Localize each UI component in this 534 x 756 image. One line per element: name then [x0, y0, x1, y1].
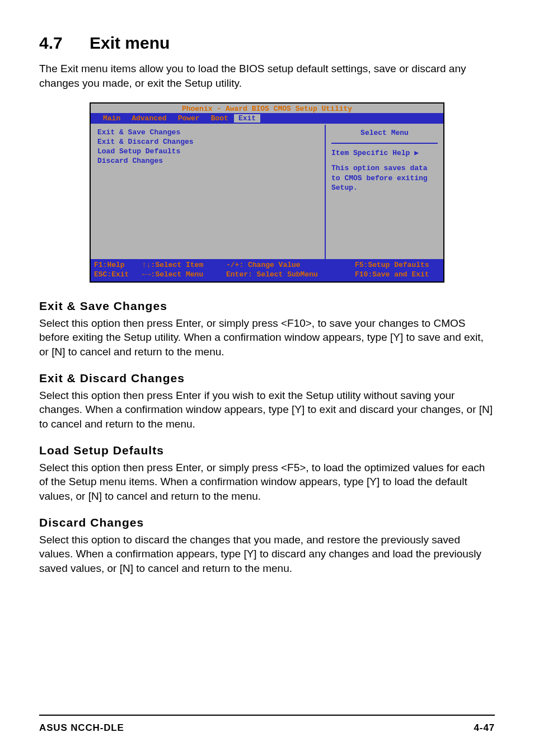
- footer-row: F1:Help ↑↓:Select Item -/+: Change Value…: [94, 261, 440, 270]
- para-exit-discard: Select this option then press Enter if y…: [39, 388, 495, 431]
- footer-right: 4-47: [474, 722, 495, 734]
- spacer: [331, 158, 438, 163]
- bios-body: Exit & Save Changes Exit & Discard Chang…: [91, 124, 443, 259]
- section-title: 4.7Exit menu: [39, 34, 495, 53]
- intro-paragraph: The Exit menu items allow you to load th…: [39, 62, 495, 90]
- bios-menu-pane: Exit & Save Changes Exit & Discard Chang…: [91, 125, 326, 259]
- bios-tab-bar: Main Advanced Power Boot Exit: [91, 113, 443, 124]
- heading-exit-save: Exit & Save Changes: [39, 299, 495, 313]
- menu-item-load-defaults[interactable]: Load Setup Defaults: [97, 147, 318, 157]
- footer-left: ASUS NCCH-DLE: [39, 722, 124, 734]
- section-text: Exit menu: [90, 34, 170, 52]
- hint-esc-exit: ESC:Exit: [94, 270, 142, 279]
- menu-item-exit-discard[interactable]: Exit & Discard Changes: [97, 138, 318, 147]
- bios-help-pane: Select Menu Item Specific Help This opti…: [326, 125, 443, 259]
- hint-select-item: ↑↓:Select Item: [142, 261, 226, 270]
- tab-boot[interactable]: Boot: [205, 114, 234, 123]
- para-load-defaults: Select this option then press Enter, or …: [39, 461, 495, 504]
- tab-advanced[interactable]: Advanced: [126, 114, 172, 123]
- para-discard-changes: Select this option to discard the change…: [39, 533, 495, 576]
- menu-item-discard-changes[interactable]: Discard Changes: [97, 157, 318, 166]
- heading-discard-changes: Discard Changes: [39, 516, 495, 529]
- tab-exit[interactable]: Exit: [234, 114, 260, 123]
- menu-item-exit-save[interactable]: Exit & Save Changes: [97, 128, 318, 138]
- heading-exit-discard: Exit & Discard Changes: [39, 372, 495, 385]
- section-number: 4.7: [39, 34, 90, 53]
- hint-f1-help: F1:Help: [94, 261, 142, 270]
- para-exit-save: Select this option then press Enter, or …: [39, 316, 495, 359]
- heading-load-defaults: Load Setup Defaults: [39, 444, 495, 457]
- bios-window: Phoenix - Award BIOS CMOS Setup Utility …: [90, 102, 444, 283]
- footer-row: ESC:Exit ←→:Select Menu Enter: Select Su…: [94, 270, 440, 279]
- hint-select-submenu: Enter: Select SubMenu: [226, 270, 344, 279]
- select-menu-label: Select Menu: [331, 128, 438, 144]
- hint-save-exit: F10:Save and Exit: [344, 270, 440, 279]
- tab-main[interactable]: Main: [97, 114, 126, 123]
- tab-power[interactable]: Power: [172, 114, 205, 123]
- hint-change-value: -/+: Change Value: [226, 261, 344, 270]
- footer-rule: [39, 715, 495, 716]
- bios-footer: F1:Help ↑↓:Select Item -/+: Change Value…: [91, 259, 443, 281]
- item-specific-help-label: Item Specific Help: [331, 148, 438, 158]
- hint-setup-defaults: F5:Setup Defaults: [344, 261, 440, 270]
- bios-title: Phoenix - Award BIOS CMOS Setup Utility: [91, 104, 443, 113]
- hint-select-menu: ←→:Select Menu: [142, 270, 226, 279]
- page-footer: ASUS NCCH-DLE 4-47: [39, 722, 495, 734]
- item-specific-help-body: This option saves data to CMOS before ex…: [331, 163, 438, 193]
